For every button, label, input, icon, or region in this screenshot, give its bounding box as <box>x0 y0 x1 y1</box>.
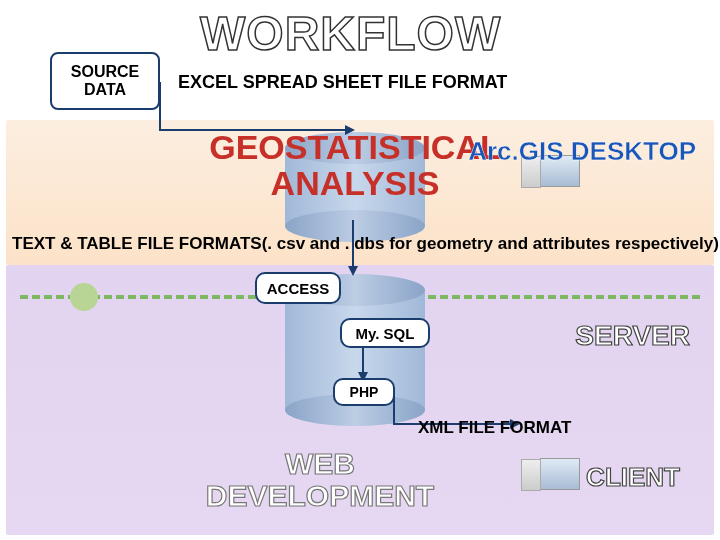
arcgis-label: Arc.GIS DESKTOP <box>468 138 696 164</box>
source-data-label: SOURCE DATA <box>52 63 158 98</box>
source-data-box: SOURCE DATA <box>50 52 160 110</box>
mysql-node: My. SQL <box>340 318 430 348</box>
mysql-label: My. SQL <box>356 325 415 342</box>
server-label: SERVER <box>575 320 690 352</box>
page-title: WORKFLOW <box>200 6 501 61</box>
xml-format-label: XML FILE FORMAT <box>418 418 571 438</box>
access-label: ACCESS <box>267 280 330 297</box>
arrow-mysql-to-php <box>356 346 370 382</box>
text-table-formats-label: TEXT & TABLE FILE FORMATS(. csv and . db… <box>12 234 719 254</box>
php-label: PHP <box>350 384 379 400</box>
window-icon <box>540 458 580 490</box>
divider-knob-left <box>70 283 98 311</box>
access-node: ACCESS <box>255 272 341 304</box>
web-development-heading: WEB DEVELOPMENT <box>190 448 450 511</box>
php-node: PHP <box>333 378 395 406</box>
client-label: CLIENT <box>586 462 680 493</box>
